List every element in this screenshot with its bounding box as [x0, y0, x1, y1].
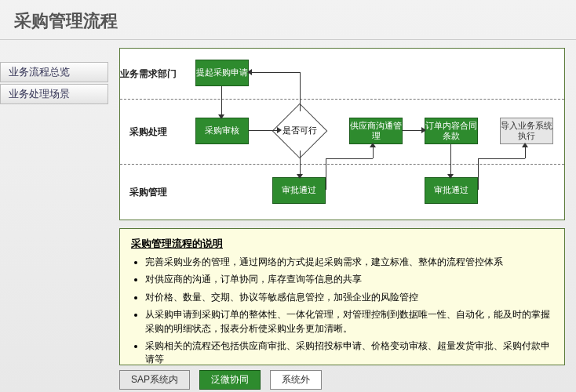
lane-demand-dept: 业务需求部门	[120, 49, 564, 99]
lane-label-1: 业务需求部门	[120, 68, 177, 79]
arrowhead	[447, 174, 454, 179]
desc-item: 对供应商的沟通，订单协同，库存查询等信息的共享	[145, 273, 553, 286]
lane-label-3: 采购管理	[120, 187, 177, 198]
arrowhead	[277, 127, 282, 133]
arrow	[249, 130, 280, 131]
description-list: 完善采购业务的管理，通过网络的方式提起采购需求，建立标准、整体的流程管控体系 对…	[131, 256, 553, 365]
node-raise-request: 提起采购申请	[195, 60, 249, 86]
description-panel: 采购管理流程的说明 完善采购业务的管理，通过网络的方式提起采购需求，建立标准、整…	[119, 228, 565, 365]
legend-weaver: 泛微协同	[199, 370, 261, 390]
sidebar: 业务流程总览 业务处理场景	[0, 40, 108, 392]
arrow	[326, 158, 326, 190]
content: 业务需求部门 采购处理 采购管理 提起采购申请 采购审核 是否可行 供应商沟通管…	[108, 40, 576, 392]
diamond-text: 是否可行	[283, 125, 317, 136]
legend: SAP系统内 泛微协同 系统外	[119, 365, 565, 390]
description-title: 采购管理流程的说明	[131, 237, 553, 251]
node-import-execute: 导入业务系统执行	[500, 118, 553, 144]
desc-item: 完善采购业务的管理，通过网络的方式提起采购需求，建立标准、整体的流程管控体系	[145, 256, 553, 269]
node-supplier-comm: 供应商沟通管理	[349, 118, 403, 144]
arrow	[221, 86, 222, 118]
flow-diagram: 业务需求部门 采购处理 采购管理 提起采购申请 采购审核 是否可行 供应商沟通管…	[119, 48, 565, 220]
desc-item: 对价格、数量、交期、协议等敏感信息管控，加强企业的风险管控	[145, 291, 553, 304]
arrow	[478, 158, 479, 190]
desc-item: 采购相关的流程还包括供应商审批、采购招投标申请、价格变动审核、超量发货审批、采购…	[145, 339, 553, 365]
lane-label-2: 采购处理	[120, 126, 177, 137]
node-approve-1: 审批通过	[272, 177, 326, 204]
legend-external: 系统外	[270, 370, 322, 390]
desc-item: 从采购申请到采购订单的整体性、一体化管理，对管理控制到数据唯一性、自动化，能及时…	[145, 308, 553, 336]
arrow	[249, 72, 300, 73]
arrowhead	[421, 127, 426, 133]
arrowhead	[370, 143, 376, 147]
arrow	[326, 158, 373, 159]
legend-sap: SAP系统内	[119, 370, 190, 390]
arrowhead	[218, 114, 224, 119]
node-order-contract: 订单内容合同条款	[425, 118, 478, 144]
lane-purchase-process: 采购处理	[120, 99, 564, 165]
arrow	[450, 144, 451, 177]
lane-purchase-manage: 采购管理	[120, 165, 564, 220]
node-approve-2: 审批通过	[425, 177, 478, 204]
arrowhead	[297, 174, 303, 179]
sidebar-item-overview[interactable]: 业务流程总览	[0, 62, 108, 82]
arrow	[478, 158, 525, 159]
arrow	[300, 151, 301, 177]
arrowhead	[522, 143, 528, 147]
arrow	[300, 72, 301, 111]
node-purchase-review: 采购审核	[195, 118, 249, 144]
sidebar-item-scenario[interactable]: 业务处理场景	[0, 84, 108, 104]
main-layout: 业务流程总览 业务处理场景 业务需求部门 采购处理 采购管理 提起采购申请 采购…	[0, 40, 576, 392]
page-title: 采购管理流程	[0, 0, 576, 40]
arrowhead	[247, 69, 252, 75]
